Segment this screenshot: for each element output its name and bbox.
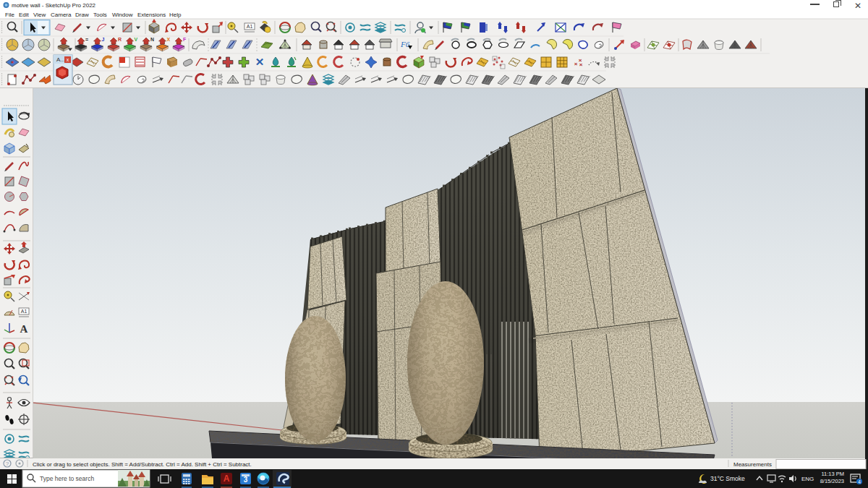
svg-text:R: R (118, 37, 122, 42)
svg-text:A...: A... (56, 56, 65, 63)
svg-text:A: A (224, 474, 230, 484)
svg-text:x: x (67, 57, 69, 62)
svg-text:X: X (167, 37, 171, 42)
svg-text:J: J (102, 37, 105, 42)
svg-text:F: F (183, 37, 187, 42)
svg-text:3: 3 (244, 476, 248, 484)
svg-text:✶: ✶ (10, 59, 15, 66)
svg-text:V: V (135, 37, 138, 42)
svg-text:=: = (85, 37, 88, 42)
svg-text:?: ? (6, 461, 9, 467)
svg-text:N: N (150, 37, 154, 42)
svg-text:×: × (579, 61, 583, 68)
svg-text:4: 4 (858, 479, 861, 484)
svg-text:✕: ✕ (255, 56, 265, 68)
svg-text:×: × (574, 61, 578, 67)
svg-text:A: A (20, 323, 28, 335)
svg-text:F6: F6 (400, 40, 410, 48)
svg-text:A1: A1 (21, 309, 27, 314)
svg-text:A1: A1 (247, 24, 253, 29)
